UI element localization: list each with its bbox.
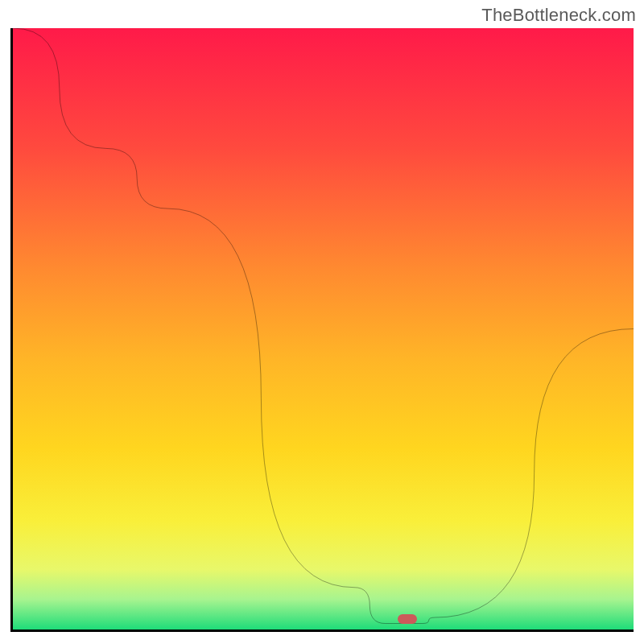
bottleneck-curve bbox=[13, 28, 634, 630]
watermark-text: TheBottleneck.com bbox=[481, 5, 636, 26]
optimal-point-marker bbox=[398, 614, 417, 624]
bottleneck-chart: TheBottleneck.com bbox=[0, 0, 644, 644]
plot-area bbox=[10, 28, 634, 632]
